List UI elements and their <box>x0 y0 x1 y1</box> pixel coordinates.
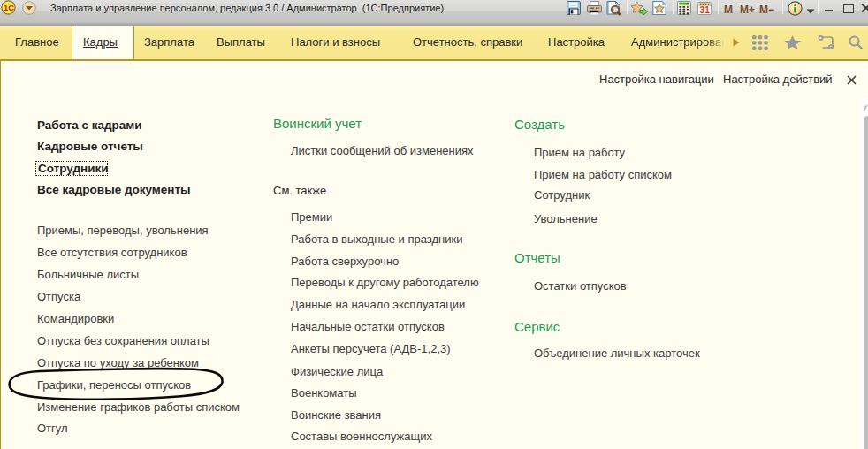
svg-text:1С: 1С <box>4 3 14 12</box>
svg-text:31: 31 <box>700 5 711 15</box>
